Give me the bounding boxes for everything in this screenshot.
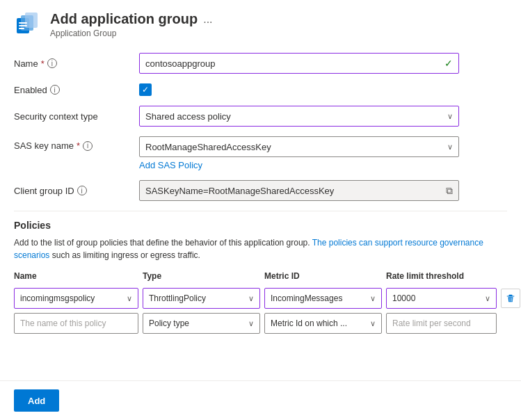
header-text: Add application group ... Application Gr…: [50, 11, 213, 38]
enabled-checkbox[interactable]: ✓: [139, 83, 152, 96]
placeholder-type-cell: Policy type ∨: [143, 313, 264, 334]
header-ellipsis[interactable]: ...: [203, 13, 212, 26]
policy-name-cell: incomingmsgspolicy ∨: [14, 288, 143, 309]
policy-rate-cell: 10000 ∨: [386, 288, 501, 309]
sas-key-label: SAS key name * i: [14, 136, 139, 151]
col-header-name: Name: [14, 271, 143, 281]
copy-icon[interactable]: ⧉: [446, 185, 453, 197]
page-subtitle: Application Group: [50, 29, 213, 38]
client-group-input: SASKeyName=RootManageSharedAccessKey ⧉: [139, 180, 459, 201]
policy-name-dropdown[interactable]: incomingmsgspolicy ∨: [14, 288, 138, 309]
add-sas-policy-link[interactable]: Add SAS Policy: [139, 160, 202, 170]
policy-rate-chevron: ∨: [485, 294, 490, 303]
placeholder-metric-chevron: ∨: [370, 319, 376, 328]
page-header: Add application group ... Application Gr…: [14, 11, 507, 39]
policy-delete-cell: [501, 289, 521, 308]
sas-key-control: RootManageSharedAccessKey ∨ Add SAS Poli…: [139, 136, 459, 170]
enabled-label: Enabled i: [14, 85, 139, 95]
placeholder-type-chevron: ∨: [248, 319, 254, 328]
security-context-row: Security context type Shared access poli…: [14, 106, 507, 127]
footer: Add: [0, 380, 521, 420]
delete-icon: [506, 293, 515, 303]
policy-metric-chevron: ∨: [370, 294, 376, 303]
policies-description: Add to the list of group policies that d…: [14, 236, 507, 261]
policy-type-chevron: ∨: [248, 294, 254, 303]
security-context-chevron: ∨: [447, 112, 453, 121]
delete-policy-button[interactable]: [501, 289, 520, 308]
security-context-label: Security context type: [14, 111, 139, 122]
policies-title: Policies: [14, 220, 507, 231]
app-group-icon: [14, 11, 42, 39]
placeholder-metric-dropdown[interactable]: Metric Id on which ... ∨: [264, 313, 382, 334]
sas-key-chevron: ∨: [447, 143, 453, 152]
placeholder-row: The name of this policy Policy type ∨ Me…: [14, 313, 507, 334]
policy-type-dropdown[interactable]: ThrottlingPolicy ∨: [143, 288, 260, 309]
enabled-row: Enabled i ✓: [14, 83, 507, 96]
name-required: *: [41, 58, 45, 69]
name-input-display[interactable]: contosoappgroup ✓: [139, 53, 459, 74]
col-header-actions: [501, 271, 521, 281]
policies-table-header: Name Type Metric ID Rate limit threshold: [14, 271, 507, 284]
col-header-type: Type: [143, 271, 264, 281]
svg-rect-3: [19, 22, 27, 24]
name-label: Name * i: [14, 58, 139, 69]
placeholder-metric-cell: Metric Id on which ... ∨: [264, 313, 386, 334]
checkbox-check-icon: ✓: [142, 86, 149, 94]
divider: [14, 211, 507, 211]
sas-key-required: *: [77, 140, 80, 151]
page-title: Add application group ...: [50, 11, 213, 27]
policy-name-chevron: ∨: [127, 294, 132, 303]
enabled-control: ✓: [139, 83, 459, 96]
placeholder-rate-input[interactable]: Rate limit per second: [386, 313, 497, 334]
placeholder-name-cell: The name of this policy: [14, 313, 143, 334]
name-info-icon[interactable]: i: [47, 58, 57, 68]
policies-section: Policies Add to the list of group polici…: [14, 220, 507, 334]
col-header-rate: Rate limit threshold: [386, 271, 501, 281]
enabled-info-icon[interactable]: i: [50, 85, 60, 95]
svg-rect-4: [19, 25, 27, 26]
policy-rate-dropdown[interactable]: 10000 ∨: [386, 288, 497, 309]
client-group-info-icon[interactable]: i: [77, 186, 87, 195]
sas-key-info-icon[interactable]: i: [83, 141, 93, 151]
placeholder-name-input[interactable]: The name of this policy: [14, 313, 138, 334]
placeholder-type-dropdown[interactable]: Policy type ∨: [143, 313, 260, 334]
sas-key-row: SAS key name * i RootManageSharedAccessK…: [14, 136, 507, 170]
name-control: contosoappgroup ✓: [139, 53, 459, 74]
client-group-row: Client group ID i SASKeyName=RootManageS…: [14, 180, 507, 201]
placeholder-rate-cell: Rate limit per second: [386, 313, 501, 334]
table-row: incomingmsgspolicy ∨ ThrottlingPolicy ∨ …: [14, 288, 507, 309]
add-button[interactable]: Add: [14, 389, 59, 412]
enabled-checkbox-wrapper: ✓: [139, 83, 459, 96]
security-context-dropdown[interactable]: Shared access policy ∨: [139, 106, 459, 127]
policy-metric-cell: IncomingMessages ∨: [264, 288, 386, 309]
security-context-control: Shared access policy ∨: [139, 106, 459, 127]
client-group-control: SASKeyName=RootManageSharedAccessKey ⧉: [139, 180, 459, 201]
name-valid-icon: ✓: [444, 58, 453, 69]
svg-rect-5: [19, 28, 24, 29]
col-header-metric: Metric ID: [264, 271, 386, 281]
client-group-label: Client group ID i: [14, 186, 139, 196]
policy-type-cell: ThrottlingPolicy ∨: [143, 288, 264, 309]
name-row: Name * i contosoappgroup ✓: [14, 53, 507, 74]
policy-metric-dropdown[interactable]: IncomingMessages ∨: [264, 288, 382, 309]
sas-key-dropdown[interactable]: RootManageSharedAccessKey ∨: [139, 136, 459, 157]
